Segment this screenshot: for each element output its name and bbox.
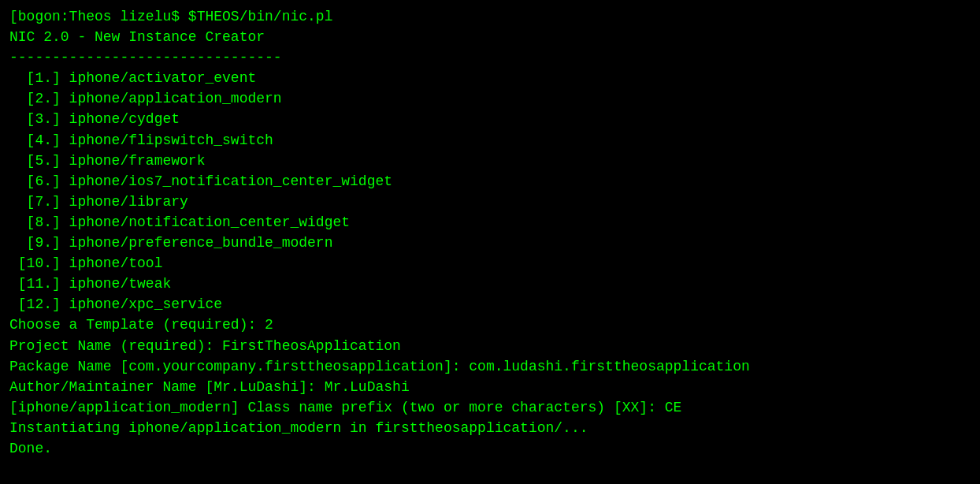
line-instantiating: Instantiating iphone/application_modern … (9, 418, 971, 438)
line-divider: -------------------------------- (9, 47, 971, 68)
line-choose: Choose a Template (required): 2 (9, 315, 971, 335)
line-author: Author/Maintainer Name [Mr.LuDashi]: Mr.… (9, 377, 971, 397)
line-package: Package Name [com.yourcompany.firsttheos… (9, 356, 971, 377)
line-8: [8.] iphone/notification_center_widget (9, 212, 971, 233)
line-4: [4.] iphone/flipswitch_switch (9, 130, 971, 151)
terminal-window: [bogon:Theos lizelu$ $THEOS/bin/nic.plNI… (9, 6, 971, 478)
line-nic-title: NIC 2.0 - New Instance Creator (9, 27, 971, 47)
line-6: [6.] iphone/ios7_notification_center_wid… (9, 171, 971, 192)
line-class: [iphone/application_modern] Class name p… (9, 397, 971, 418)
line-5: [5.] iphone/framework (9, 151, 971, 171)
line-10: [10.] iphone/tool (9, 253, 971, 274)
line-done: Done. (9, 438, 971, 459)
line-7: [7.] iphone/library (9, 192, 971, 212)
line-11: [11.] iphone/tweak (9, 274, 971, 294)
line-1: [1.] iphone/activator_event (9, 68, 971, 88)
line-3: [3.] iphone/cydget (9, 109, 971, 129)
line-project: Project Name (required): FirstTheosAppli… (9, 336, 971, 356)
line-prompt: [bogon:Theos lizelu$ $THEOS/bin/nic.pl (9, 6, 971, 27)
line-9: [9.] iphone/preference_bundle_modern (9, 233, 971, 253)
line-12: [12.] iphone/xpc_service (9, 294, 971, 315)
line-2: [2.] iphone/application_modern (9, 88, 971, 109)
